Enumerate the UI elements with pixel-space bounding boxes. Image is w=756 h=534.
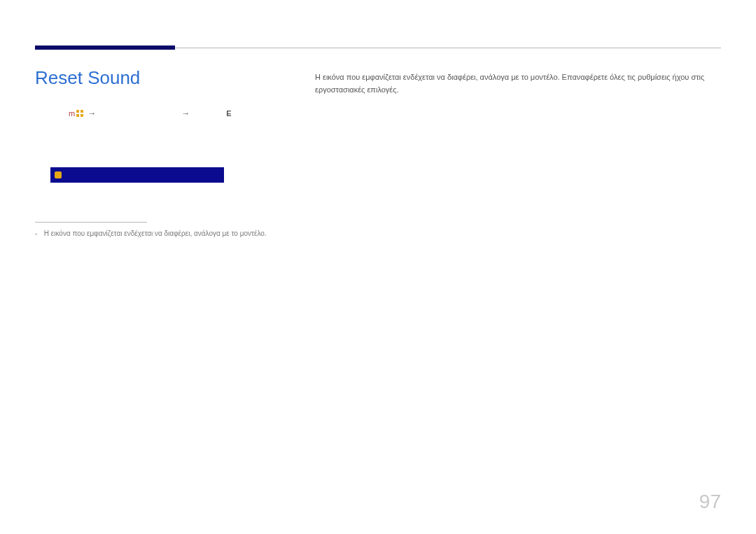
footnote-text: Η εικόνα που εμφανίζεται ενδέχεται να δι… (44, 230, 267, 237)
page-number: 97 (699, 491, 721, 513)
left-column: Reset Sound m → → E - Η εικόνα που εμφαν… (35, 67, 294, 237)
footnote: - Η εικόνα που εμφανίζεται ενδέχεται να … (35, 230, 294, 237)
navigation-path: m → → E (69, 108, 294, 118)
menu-letter: m (69, 109, 75, 118)
right-column: Η εικόνα που εμφανίζεται ενδέχεται να δι… (315, 67, 721, 237)
page-title: Reset Sound (35, 67, 294, 89)
header-line-thick (35, 45, 175, 50)
osd-menu-item-selected (50, 167, 224, 183)
menu-button-icon: m (69, 109, 83, 118)
osd-item-icon (55, 171, 62, 178)
osd-spacer (50, 136, 294, 167)
description-text: Η εικόνα που εμφανίζεται ενδέχεται να δι… (315, 71, 721, 96)
osd-menu-preview (50, 136, 294, 183)
arrow-icon: → (181, 108, 190, 118)
header-rule (35, 45, 721, 50)
menu-grid-icon (76, 110, 83, 117)
arrow-icon: → (88, 108, 96, 118)
content-row: Reset Sound m → → E - Η εικόνα που εμφαν… (35, 67, 721, 237)
footnote-dash: - (35, 230, 42, 237)
footnote-rule (35, 222, 147, 223)
enter-icon: E (226, 109, 231, 118)
